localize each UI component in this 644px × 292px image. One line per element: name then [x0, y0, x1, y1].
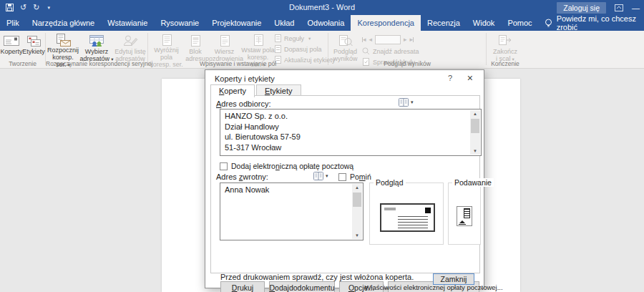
- address-line: [398, 222, 428, 223]
- greeting-line-button[interactable]: Wiersz pozdrowienia: [208, 32, 241, 64]
- print-button[interactable]: Drukuj: [220, 281, 265, 292]
- feed-mark-icon: [459, 220, 465, 223]
- match-fields-icon: [275, 45, 281, 53]
- tab-references[interactable]: Odwołania: [301, 15, 351, 31]
- start-mail-merge-button[interactable]: Rozpocznij koresp. ser.▾: [47, 32, 80, 64]
- scroll-down-icon[interactable]: ▼: [352, 233, 362, 238]
- tab-mailings[interactable]: Korespondencja: [351, 15, 421, 31]
- stamp-block: [425, 208, 431, 213]
- ribbon-group-create: Koperty Etykiety Tworzenie: [0, 31, 45, 68]
- feed-groupbox: Podawanie: [448, 182, 481, 245]
- select-recipients-icon: [88, 34, 105, 48]
- tab-review[interactable]: Recenzja: [421, 15, 467, 31]
- find-recipient-button[interactable]: Znajdź adresata: [362, 47, 419, 56]
- epostage-checkbox[interactable]: [220, 162, 228, 170]
- greeting-line-icon: [218, 34, 231, 48]
- return-address-block: [384, 208, 396, 210]
- address-line: [398, 228, 428, 228]
- record-number-input[interactable]: [375, 35, 401, 44]
- close-button[interactable]: Zamknij: [433, 273, 474, 285]
- scroll-up-icon[interactable]: ▲: [470, 112, 480, 116]
- address-line: [398, 219, 428, 220]
- insert-envelope-note: Przed drukowaniem sprawdź, czy jest włoż…: [220, 273, 414, 281]
- group-label-create: Tworzenie: [0, 60, 45, 67]
- tell-me-box[interactable]: Powiedz mi, co chcesz zrobić: [539, 15, 644, 31]
- chevron-down-icon: ▾: [308, 36, 311, 42]
- next-record-icon[interactable]: ▸: [404, 36, 407, 43]
- tab-layout[interactable]: Układ: [268, 15, 301, 31]
- dialog-help-button[interactable]: ?: [448, 74, 452, 82]
- ribbon: Koperty Etykiety Tworzenie Rozpoc: [0, 31, 644, 69]
- sign-in-button[interactable]: Zaloguj się: [557, 2, 606, 14]
- scroll-up-icon[interactable]: ▲: [352, 185, 362, 190]
- return-address-textarea[interactable]: Anna Nowak ▲ ▼: [220, 182, 364, 240]
- first-record-icon[interactable]: ◂: [362, 36, 366, 43]
- lightbulb-icon: [545, 19, 552, 28]
- epostage-checkbox-row[interactable]: Dodaj elektroniczną opłatę pocztową: [220, 162, 353, 170]
- minimize-button[interactable]: —: [632, 4, 640, 12]
- ribbon-display-options-icon[interactable]: [615, 4, 623, 11]
- labels-icon: [25, 34, 42, 48]
- scroll-thumb[interactable]: [471, 119, 479, 133]
- feed-preview[interactable]: [457, 206, 472, 226]
- recipient-address-textarea[interactable]: HANZO Sp. z o.o. Dział Handlowy ul. Bier…: [220, 109, 482, 156]
- group-label-preview-results: Podgląd wyników: [328, 60, 486, 67]
- word-window: ↺ ↻ ▾ Dokument3 - Word Zaloguj się — Pli…: [0, 0, 644, 292]
- omit-checkbox[interactable]: [338, 173, 346, 181]
- feed-mark-icon: [459, 224, 466, 225]
- tab-draw[interactable]: Rysowanie: [154, 15, 205, 31]
- edit-recipient-list-button[interactable]: Edytuj listę adresatów: [114, 32, 147, 64]
- epostage-checkbox-label: Dodaj elektroniczną opłatę pocztową: [231, 162, 353, 170]
- insert-recipient-address-button[interactable]: ▾: [399, 98, 414, 107]
- add-to-document-button[interactable]: Dodaj do dokumentu: [269, 281, 335, 292]
- envelope-preview[interactable]: [380, 203, 435, 232]
- envelope-icon: [3, 34, 20, 48]
- preview-results-icon: [338, 34, 353, 48]
- return-scrollbar[interactable]: ▲ ▼: [352, 184, 362, 239]
- return-address-text: Anna Nowak: [225, 185, 350, 238]
- tab-design[interactable]: Projektowanie: [205, 15, 268, 31]
- omit-checkbox-row[interactable]: Pomiń: [338, 172, 371, 181]
- preview-group-label: Podgląd: [374, 178, 406, 187]
- feed-envelope-icon: [464, 208, 470, 218]
- address-block-icon: [189, 34, 202, 48]
- labels-label: Etykiety: [22, 48, 45, 55]
- rules-label: Reguły: [284, 35, 304, 42]
- fields-small-buttons: Reguły ▾ Dopasuj pola Aktualizuj etykiet…: [275, 31, 336, 64]
- ribbon-group-start-mail-merge: Rozpocznij koresp. ser.▾ Wybierz adresat…: [46, 31, 147, 68]
- envelopes-tab-panel: Adres odbiorcy: ▾ HANZO Sp. z o.o. Dział…: [210, 95, 480, 273]
- ribbon-tab-row: Plik Narzędzia główne Wstawianie Rysowan…: [0, 15, 644, 31]
- select-recipients-button[interactable]: Wybierz adresatów▾: [80, 32, 114, 64]
- highlight-merge-fields-icon: [160, 34, 173, 47]
- preview-results-button[interactable]: Podgląd wyników: [328, 32, 362, 64]
- tab-help[interactable]: Pomoc: [501, 15, 538, 31]
- finish-merge-button[interactable]: Zakończ i scal▾: [489, 32, 522, 64]
- tab-home[interactable]: Narzędzia główne: [26, 15, 101, 31]
- envelopes-button[interactable]: Koperty: [1, 32, 23, 64]
- address-line: [398, 216, 428, 217]
- dialog-close-icon[interactable]: ×: [467, 72, 473, 84]
- tab-view[interactable]: Widok: [467, 15, 502, 31]
- scroll-thumb[interactable]: [353, 193, 361, 207]
- scroll-down-icon[interactable]: ▼: [470, 149, 480, 153]
- match-fields-button[interactable]: Dopasuj pola: [275, 44, 336, 54]
- rules-button[interactable]: Reguły ▾: [275, 34, 336, 43]
- address-block-button[interactable]: Blok adresu: [183, 32, 208, 64]
- highlight-merge-fields-button[interactable]: Wyróżnij pola koresp. ser.: [150, 32, 183, 64]
- tab-insert[interactable]: Wstawianie: [101, 15, 154, 31]
- feed-group-label: Podawanie: [452, 178, 494, 187]
- insert-merge-field-button[interactable]: Wstaw pola koresp. ser.▾: [241, 32, 275, 64]
- recipient-scrollbar[interactable]: ▲ ▼: [470, 110, 480, 155]
- chevron-down-icon: ▾: [326, 173, 328, 179]
- match-fields-label: Dopasuj pola: [284, 46, 322, 53]
- previous-record-icon[interactable]: ◂: [369, 36, 373, 43]
- find-recipient-icon: [362, 47, 370, 55]
- finish-merge-icon: [497, 34, 513, 48]
- tab-file[interactable]: Plik: [0, 15, 26, 31]
- labels-button[interactable]: Etykiety: [23, 32, 45, 64]
- recipient-address-label: Adres odbiorcy:: [216, 99, 271, 108]
- insert-return-address-button[interactable]: ▾: [313, 172, 328, 180]
- rules-icon: [275, 34, 281, 42]
- dialog-tab-envelopes[interactable]: Koperty: [210, 84, 255, 97]
- last-record-icon[interactable]: ▸: [410, 36, 414, 43]
